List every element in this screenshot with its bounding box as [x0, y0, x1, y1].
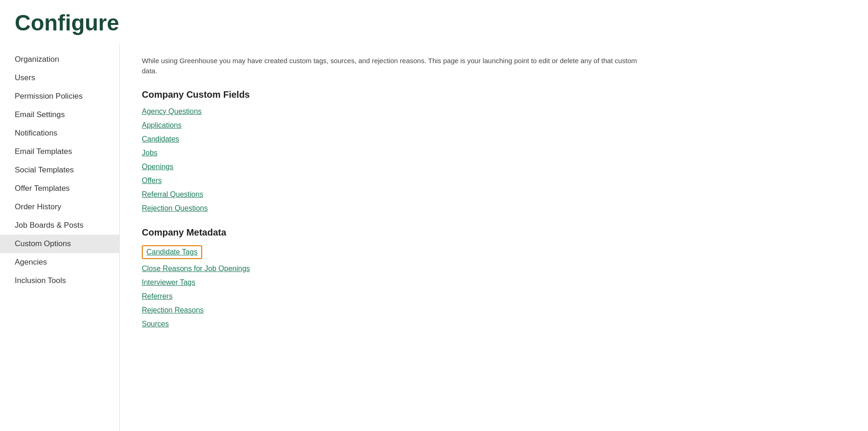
link-agency-questions[interactable]: Agency Questions	[142, 107, 202, 116]
section-links-company-custom-fields: Agency QuestionsApplicationsCandidatesJo…	[142, 107, 846, 213]
link-openings[interactable]: Openings	[142, 163, 174, 171]
section-title-company-custom-fields: Company Custom Fields	[142, 89, 846, 100]
link-sources[interactable]: Sources	[142, 320, 169, 328]
page-container: Configure OrganizationUsersPermission Po…	[0, 0, 868, 431]
link-candidates[interactable]: Candidates	[142, 135, 179, 143]
link-applications[interactable]: Applications	[142, 121, 181, 130]
link-referrers[interactable]: Referrers	[142, 292, 173, 301]
sidebar-item-email-settings[interactable]: Email Settings	[0, 106, 119, 124]
sidebar-item-organization[interactable]: Organization	[0, 50, 119, 69]
sidebar-item-custom-options[interactable]: Custom Options	[0, 235, 119, 253]
link-close-reasons[interactable]: Close Reasons for Job Openings	[142, 265, 250, 273]
link-rejection-questions[interactable]: Rejection Questions	[142, 204, 208, 213]
sidebar-item-offer-templates[interactable]: Offer Templates	[0, 179, 119, 198]
link-referral-questions[interactable]: Referral Questions	[142, 190, 203, 199]
sidebar-item-users[interactable]: Users	[0, 69, 119, 87]
sidebar-item-order-history[interactable]: Order History	[0, 198, 119, 216]
sidebar: OrganizationUsersPermission PoliciesEmai…	[0, 43, 120, 431]
page-title: Configure	[15, 11, 853, 35]
sidebar-item-permission-policies[interactable]: Permission Policies	[0, 87, 119, 106]
section-title-company-metadata: Company Metadata	[142, 227, 846, 238]
page-header: Configure	[0, 0, 868, 43]
sidebar-item-notifications[interactable]: Notifications	[0, 124, 119, 142]
link-offers[interactable]: Offers	[142, 177, 162, 185]
link-jobs[interactable]: Jobs	[142, 149, 157, 157]
main-content: While using Greenhouse you may have crea…	[120, 43, 868, 431]
link-candidate-tags[interactable]: Candidate Tags	[142, 245, 202, 259]
content-area: OrganizationUsersPermission PoliciesEmai…	[0, 43, 868, 431]
description-text: While using Greenhouse you may have crea…	[142, 56, 648, 77]
section-links-company-metadata: Candidate TagsClose Reasons for Job Open…	[142, 245, 846, 328]
sidebar-item-email-templates[interactable]: Email Templates	[0, 142, 119, 161]
sidebar-item-social-templates[interactable]: Social Templates	[0, 161, 119, 179]
sidebar-item-job-boards-posts[interactable]: Job Boards & Posts	[0, 216, 119, 235]
sidebar-item-inclusion-tools[interactable]: Inclusion Tools	[0, 272, 119, 290]
link-rejection-reasons[interactable]: Rejection Reasons	[142, 306, 204, 314]
sidebar-item-agencies[interactable]: Agencies	[0, 253, 119, 272]
link-interviewer-tags[interactable]: Interviewer Tags	[142, 278, 195, 287]
